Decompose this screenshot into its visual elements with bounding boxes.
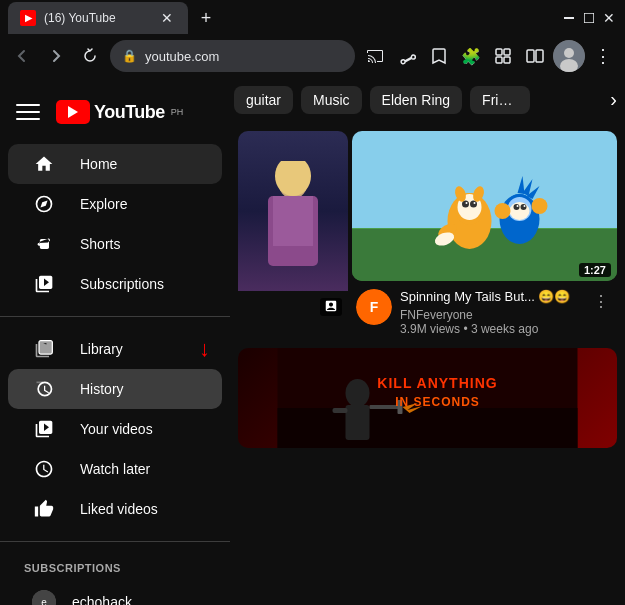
hamburger-menu[interactable] [16,100,40,124]
sidebar-divider-2 [0,541,230,542]
svg-point-24 [466,202,468,204]
sidebar-item-subscriptions[interactable]: Subscriptions [8,264,222,304]
svg-rect-1 [584,13,594,23]
subscription-avatar-echohack: e [32,590,56,605]
video-card-kills[interactable]: KILL ANYTHING IN SECONDS [238,348,617,448]
reload-button[interactable] [76,42,104,70]
sonic-duration-badge: 1:27 [579,263,611,277]
main-content: guitar Music Elden Ring Friday › [230,76,625,605]
filter-more-button[interactable]: › [606,84,621,115]
svg-point-34 [514,204,520,210]
svg-point-33 [510,202,530,220]
svg-text:KILL ANYTHING: KILL ANYTHING [377,375,497,391]
shorts-icon [32,232,56,256]
sidebar-header: YouTube PH [0,84,230,140]
subscription-item-echohack[interactable]: e echohack [8,582,222,605]
sonic-more-button[interactable]: ⋮ [589,289,613,313]
address-bar: 🔒 youtube.com 🧩 ⋮ [0,36,625,76]
svg-rect-46 [333,408,348,413]
browser-chrome: ▶ (16) YouTube ✕ + ✕ 🔒 youtube.com [0,0,625,76]
sidebar-item-label-library: Library [80,341,123,357]
youtube-logo[interactable]: YouTube PH [56,100,183,124]
filter-chip-music[interactable]: Music [301,86,362,114]
extensions-icon[interactable]: 🧩 [457,42,485,70]
sidebar-item-shorts[interactable]: Shorts [8,224,222,264]
puzzle-icon[interactable] [489,42,517,70]
sidebar-item-label-home: Home [80,156,117,172]
watch-later-icon [32,457,56,481]
video-card-sonic[interactable]: 1:27 F Spinning My Tails But... 😄😄 FNFev… [352,131,617,340]
subscription-label-echohack: echohack [72,594,132,605]
youtube-logo-text: YouTube [94,102,165,123]
sonic-channel-name: FNFeveryone [400,308,581,322]
forward-button[interactable] [42,42,70,70]
sidebar-item-library[interactable]: Library ↓ [8,329,222,369]
share-icon[interactable] [393,42,421,70]
sidebar-item-label-explore: Explore [80,196,127,212]
cast-icon[interactable] [361,42,389,70]
sonic-video-stats: 3.9M views • 3 weeks ago [400,322,581,336]
sidebar-item-home[interactable]: Home [8,144,222,184]
sidebar-item-watch-later[interactable]: Watch later [8,449,222,489]
sidebar-divider-1 [0,316,230,317]
bookmark-icon[interactable] [425,42,453,70]
split-screen-icon[interactable] [521,42,549,70]
video-card-woman[interactable] [238,131,348,340]
subscriptions-icon [32,272,56,296]
svg-rect-4 [496,57,502,63]
svg-rect-0 [564,17,574,19]
new-tab-button[interactable]: + [192,4,220,32]
svg-rect-18 [273,196,313,246]
youtube-logo-icon [56,100,90,124]
sidebar-item-label-liked-videos: Liked videos [80,501,158,517]
minimize-button[interactable] [561,10,577,26]
svg-rect-2 [496,49,502,55]
filter-chip-friday[interactable]: Friday [470,86,530,114]
sidebar-item-label-watch-later: Watch later [80,461,150,477]
close-window-button[interactable]: ✕ [601,10,617,26]
filter-bar: guitar Music Elden Ring Friday › [230,76,625,123]
sidebar-item-label-shorts: Shorts [80,236,120,252]
active-tab[interactable]: ▶ (16) YouTube ✕ [8,2,188,34]
sonic-channel-avatar: F [356,289,392,325]
svg-text:IN SECONDS: IN SECONDS [395,395,480,409]
window-controls: ✕ [561,10,617,26]
sidebar-item-liked-videos[interactable]: Liked videos [8,489,222,529]
sonic-video-meta: Spinning My Tails But... 😄😄 FNFeveryone … [400,289,581,336]
video-row-1: 1:27 F Spinning My Tails But... 😄😄 FNFev… [238,131,617,340]
tab-favicon: ▶ [20,10,36,26]
back-button[interactable] [8,42,36,70]
sidebar-item-history[interactable]: History [8,369,222,409]
filter-chip-guitar[interactable]: guitar [234,86,293,114]
menu-button[interactable]: ⋮ [589,42,617,70]
svg-point-44 [346,379,370,407]
url-bar[interactable]: 🔒 youtube.com [110,40,355,72]
svg-point-9 [564,48,574,58]
sidebar-item-your-videos[interactable]: Your videos [8,409,222,449]
filter-chip-elden-ring[interactable]: Elden Ring [370,86,463,114]
maximize-button[interactable] [581,10,597,26]
subscriptions-section-title: SUBSCRIPTIONS [0,554,230,582]
home-icon [32,152,56,176]
sidebar-item-explore[interactable]: Explore [8,184,222,224]
svg-rect-7 [536,50,543,62]
sidebar: YouTube PH Home Explore [0,76,230,605]
tab-bar: ▶ (16) YouTube ✕ + ✕ [0,0,625,36]
svg-text:e: e [41,597,47,605]
svg-marker-12 [40,200,47,207]
svg-point-36 [517,205,519,207]
sonic-video-title: Spinning My Tails But... 😄😄 [400,289,581,306]
youtube-app: YouTube PH Home Explore [0,76,625,605]
sidebar-item-label-subscriptions: Subscriptions [80,276,164,292]
svg-point-38 [495,203,511,219]
url-text: youtube.com [145,49,219,64]
sidebar-nav: Home Explore Shorts Sub [0,140,230,605]
library-arrow: ↓ [199,336,210,362]
svg-point-37 [524,205,526,207]
overlay-icon [320,298,342,316]
tab-close-button[interactable]: ✕ [158,9,176,27]
profile-avatar[interactable] [553,40,585,72]
svg-rect-5 [504,57,510,63]
svg-point-35 [521,204,527,210]
tab-title: (16) YouTube [44,11,150,25]
